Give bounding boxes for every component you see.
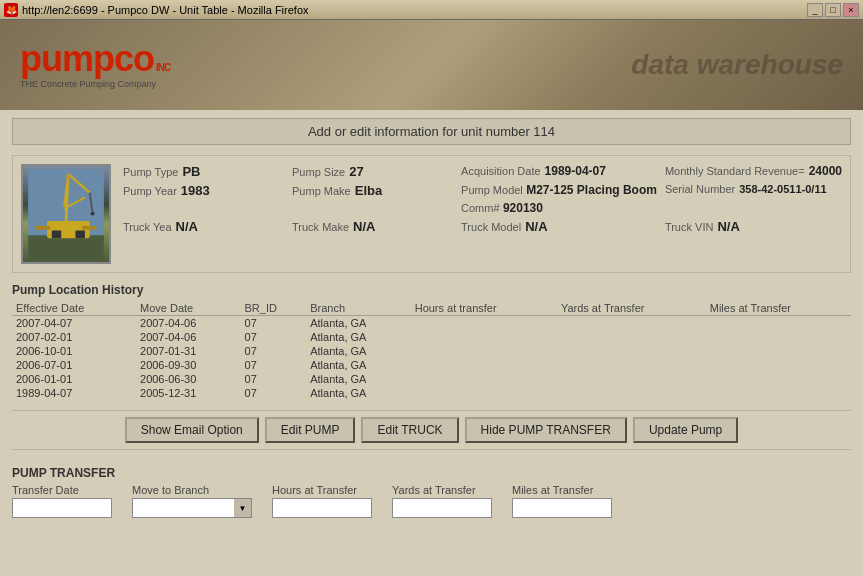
maximize-button[interactable]: □ — [825, 3, 841, 17]
transfer-date-label: Transfer Date — [12, 484, 112, 496]
svg-rect-1 — [28, 235, 104, 259]
move-to-branch-select-container: ▼ — [132, 498, 252, 518]
svg-rect-5 — [36, 226, 50, 230]
unit-info-section: Pump Type PB Pump Size 27 Acquisition Da… — [12, 155, 851, 273]
main-content: Add or edit information for unit number … — [0, 110, 863, 576]
move-to-branch-label: Move to Branch — [132, 484, 252, 496]
monthly-revenue-field: Monthly Standard Revenue= 24000 — [665, 164, 842, 179]
unit-fields: Pump Type PB Pump Size 27 Acquisition Da… — [123, 164, 842, 264]
pump-make-field: Pump Make Elba — [292, 183, 453, 215]
window-controls[interactable]: _ □ × — [807, 3, 859, 17]
yards-input[interactable] — [392, 498, 492, 518]
yards-label: Yards at Transfer — [392, 484, 492, 496]
close-button[interactable]: × — [843, 3, 859, 17]
hide-pump-transfer-button[interactable]: Hide PUMP TRANSFER — [465, 417, 627, 443]
truck-vin-field: Truck VIN N/A — [665, 219, 842, 234]
unit-photo — [21, 164, 111, 264]
hours-label: Hours at Transfer — [272, 484, 372, 496]
move-to-branch-select[interactable] — [132, 498, 252, 518]
table-row: 2006-10-012007-01-3107Atlanta, GA — [12, 344, 851, 358]
table-row: 1989-04-072005-12-3107Atlanta, GA — [12, 386, 851, 400]
show-email-button[interactable]: Show Email Option — [125, 417, 259, 443]
miles-input[interactable] — [512, 498, 612, 518]
edit-pump-button[interactable]: Edit PUMP — [265, 417, 356, 443]
col-miles: Miles at Transfer — [706, 301, 851, 316]
unit-photo-inner — [23, 166, 109, 262]
svg-rect-3 — [52, 231, 61, 239]
transfer-section-title: PUMP TRANSFER — [12, 466, 851, 480]
transfer-date-field: Transfer Date — [12, 484, 112, 518]
truck-year-field: Truck Yea N/A — [123, 219, 284, 234]
header-title: data warehouse — [631, 49, 843, 81]
svg-point-14 — [91, 212, 95, 216]
transfer-date-input[interactable] — [12, 498, 112, 518]
title-bar: 🦊 http://len2:6699 - Pumpco DW - Unit Ta… — [0, 0, 863, 20]
pump-size-field: Pump Size 27 — [292, 164, 453, 179]
logo-text: pumpcoINC — [20, 41, 170, 77]
col-move-date: Move Date — [136, 301, 241, 316]
hours-input[interactable] — [272, 498, 372, 518]
pump-type-field: Pump Type PB — [123, 164, 284, 179]
miles-field: Miles at Transfer — [512, 484, 612, 518]
hours-field: Hours at Transfer — [272, 484, 372, 518]
table-row: 2006-01-012006-06-3007Atlanta, GA — [12, 372, 851, 386]
table-row: 2006-07-012006-09-3007Atlanta, GA — [12, 358, 851, 372]
truck-model-field: Truck Model N/A — [461, 219, 657, 234]
history-body: 2007-04-072007-04-0607Atlanta, GA2007-02… — [12, 316, 851, 401]
col-br-id: BR_ID — [241, 301, 307, 316]
table-row: 2007-04-072007-04-0607Atlanta, GA — [12, 316, 851, 331]
pump-model-field: Pump Model M27-125 Placing Boom Comm# 92… — [461, 183, 657, 215]
pump-year-field: Pump Year 1983 — [123, 183, 284, 215]
logo-tagline: THE Concrete Pumping Company — [20, 79, 170, 89]
logo-area: pumpcoINC THE Concrete Pumping Company — [0, 41, 170, 89]
yards-field: Yards at Transfer — [392, 484, 492, 518]
acquisition-date-field: Acquisition Date 1989-04-07 — [461, 164, 657, 179]
col-yards: Yards at Transfer — [557, 301, 706, 316]
transfer-fields: Transfer Date Move to Branch ▼ Hours at … — [12, 484, 851, 518]
col-effective-date: Effective Date — [12, 301, 136, 316]
window-title: http://len2:6699 - Pumpco DW - Unit Tabl… — [22, 4, 309, 16]
action-buttons: Show Email Option Edit PUMP Edit TRUCK H… — [12, 410, 851, 450]
header: pumpcoINC THE Concrete Pumping Company d… — [0, 20, 863, 110]
history-table: Effective Date Move Date BR_ID Branch Ho… — [12, 301, 851, 400]
minimize-button[interactable]: _ — [807, 3, 823, 17]
col-branch: Branch — [306, 301, 410, 316]
truck-make-field: Truck Make N/A — [292, 219, 453, 234]
logo-inc: INC — [156, 62, 170, 73]
edit-truck-button[interactable]: Edit TRUCK — [361, 417, 458, 443]
crane-image — [26, 169, 106, 259]
move-to-branch-field: Move to Branch ▼ — [132, 484, 252, 518]
update-pump-button[interactable]: Update Pump — [633, 417, 738, 443]
history-section-title: Pump Location History — [12, 283, 851, 297]
table-row: 2007-02-012007-04-0607Atlanta, GA — [12, 330, 851, 344]
page-title: Add or edit information for unit number … — [12, 118, 851, 145]
history-header-row: Effective Date Move Date BR_ID Branch Ho… — [12, 301, 851, 316]
svg-rect-6 — [82, 226, 96, 230]
svg-rect-4 — [75, 231, 84, 239]
serial-number-field: Serial Number 358-42-0511-0/11 — [665, 183, 842, 215]
col-hours: Hours at transfer — [411, 301, 557, 316]
miles-label: Miles at Transfer — [512, 484, 612, 496]
transfer-section: PUMP TRANSFER Transfer Date Move to Bran… — [12, 462, 851, 522]
browser-icon: 🦊 — [4, 3, 18, 17]
